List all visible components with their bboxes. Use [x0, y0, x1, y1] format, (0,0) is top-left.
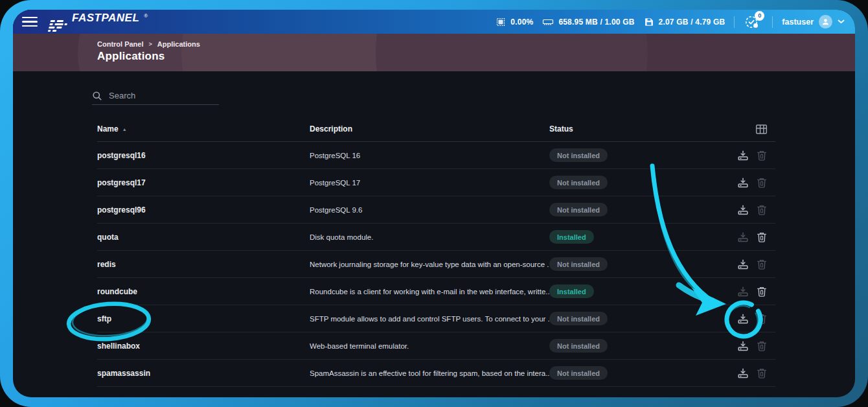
delete-icon[interactable] [756, 177, 768, 189]
user-icon [821, 17, 830, 26]
app-description: Web-based terminal emulator. [310, 342, 549, 350]
delete-icon[interactable] [756, 231, 768, 243]
app-description: Roundcube is a client for working with e… [310, 288, 549, 296]
app-description: PostgreSQL 16 [310, 152, 549, 159]
breadcrumb-control-panel[interactable]: Control Panel [97, 40, 144, 48]
chevron-down-icon [838, 19, 845, 24]
app-name: sftp [97, 314, 310, 323]
cpu-usage-stat: 0.00% [496, 17, 533, 27]
status-badge: Installed [549, 230, 594, 244]
topbar-divider [772, 16, 773, 28]
app-window: FASTPANEL ® 0.00% 658.95 MB / 1.00 GB [13, 10, 855, 397]
table-row[interactable]: quota Disk quota module. Installed [97, 224, 775, 251]
breadcrumb-separator: > [149, 41, 152, 47]
notification-count-badge: 0 [755, 11, 764, 21]
status-badge: Not installed [549, 176, 608, 189]
disk-usage-stat: 2.07 GB / 4.79 GB [644, 17, 725, 27]
app-description: SFTP module allows to add and control SF… [310, 315, 549, 323]
cpu-icon [496, 17, 506, 27]
column-header-description[interactable]: Description [310, 124, 549, 134]
avatar [819, 15, 832, 29]
app-description: PostgreSQL 17 [310, 179, 549, 187]
page-header: Control Panel > Applications Application… [13, 34, 855, 71]
install-icon[interactable] [737, 340, 749, 352]
fastpanel-logo-icon [48, 20, 68, 32]
install-icon[interactable] [737, 231, 749, 243]
column-header-status[interactable]: Status [549, 124, 726, 134]
topbar-divider [734, 16, 735, 28]
brand-logo[interactable]: FASTPANEL ® [49, 12, 148, 31]
table-row[interactable]: postgresql17 PostgreSQL 17 Not installed [97, 169, 775, 196]
table-body: postgresql16 PostgreSQL 16 Not installed… [97, 142, 775, 387]
sort-ascending-icon: ▲ [122, 127, 127, 132]
install-icon[interactable] [737, 177, 749, 189]
install-icon[interactable] [737, 150, 749, 161]
column-settings-icon[interactable] [755, 124, 768, 135]
app-name: postgresql16 [97, 151, 310, 160]
install-icon[interactable] [737, 313, 749, 325]
app-name: quota [97, 233, 310, 242]
status-badge: Not installed [549, 148, 608, 162]
table-header-row: Name ▲ Description Status [97, 117, 775, 142]
table-row[interactable]: spamassassin SpamAssassin is an effectiv… [97, 360, 775, 387]
breadcrumb: Control Panel > Applications [97, 40, 855, 48]
status-badge: Not installed [549, 203, 608, 216]
table-row[interactable]: postgresql16 PostgreSQL 16 Not installed [97, 142, 775, 169]
app-description: SpamAssassin is an effective tool for fi… [310, 369, 549, 377]
app-name: spamassassin [97, 369, 310, 378]
top-bar: FASTPANEL ® 0.00% 658.95 MB / 1.00 GB [13, 10, 855, 34]
delete-icon[interactable] [756, 286, 768, 297]
install-icon[interactable] [737, 204, 749, 216]
status-badge: Installed [549, 285, 594, 298]
main-content: Name ▲ Description Status postgresql16 P… [13, 71, 855, 397]
table-row[interactable]: postgresql96 PostgreSQL 9.6 Not installe… [97, 196, 775, 224]
column-header-name[interactable]: Name ▲ [97, 124, 310, 134]
app-name: postgresql17 [97, 178, 310, 187]
app-name: shellinabox [97, 342, 310, 351]
app-description: PostgreSQL 9.6 [310, 206, 549, 214]
applications-table: Name ▲ Description Status postgresql16 P… [97, 117, 775, 387]
table-row[interactable]: roundcube Roundcube is a client for work… [97, 278, 775, 305]
search-icon [92, 91, 102, 101]
table-row[interactable]: redis Network journaling storage for key… [97, 251, 775, 278]
app-name: roundcube [97, 287, 310, 296]
status-badge: Not installed [549, 312, 608, 325]
breadcrumb-applications[interactable]: Applications [157, 40, 200, 48]
app-description: Network journaling storage for key-value… [310, 261, 549, 268]
memory-usage-stat: 658.95 MB / 1.00 GB [542, 17, 634, 27]
table-row[interactable]: shellinabox Web-based terminal emulator.… [97, 332, 775, 360]
delete-icon[interactable] [756, 204, 768, 216]
delete-icon[interactable] [756, 259, 768, 270]
status-badge: Not installed [549, 366, 608, 380]
status-badge: Not installed [549, 257, 608, 271]
menu-icon[interactable] [22, 17, 38, 27]
delete-icon[interactable] [756, 150, 768, 161]
disk-icon [644, 17, 654, 27]
app-name: redis [97, 260, 310, 269]
app-name: postgresql96 [97, 205, 310, 215]
ram-icon [542, 17, 554, 27]
search-input[interactable] [109, 91, 206, 100]
delete-icon[interactable] [756, 367, 768, 379]
notifications-button[interactable]: 0 [744, 14, 763, 30]
page-title: Applications [97, 50, 855, 63]
install-icon[interactable] [737, 286, 749, 297]
app-description: Disk quota module. [310, 233, 549, 241]
install-icon[interactable] [737, 367, 749, 379]
status-badge: Not installed [549, 339, 608, 353]
user-menu[interactable]: fastuser [782, 15, 845, 29]
registered-mark: ® [144, 13, 148, 19]
delete-icon[interactable] [756, 313, 768, 325]
delete-icon[interactable] [756, 340, 768, 352]
install-icon[interactable] [737, 259, 749, 270]
search-box[interactable] [92, 87, 219, 105]
brand-name: FASTPANEL [72, 12, 139, 25]
username-label: fastuser [782, 17, 814, 27]
table-row[interactable]: sftp SFTP module allows to add and contr… [97, 305, 775, 332]
